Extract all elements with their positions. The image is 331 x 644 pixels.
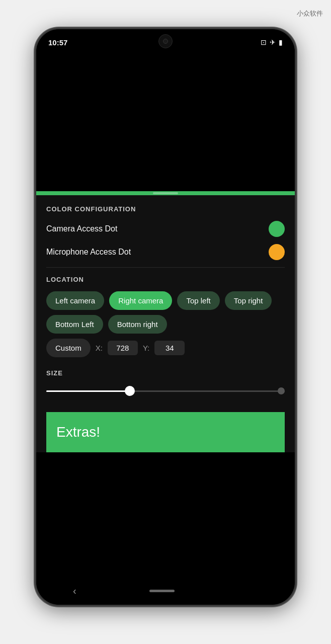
- mic-color-dot[interactable]: [269, 244, 285, 260]
- slider-end-dot: [278, 387, 285, 394]
- location-header: LOCATION: [46, 276, 285, 283]
- x-input[interactable]: [108, 341, 138, 355]
- location-btn-top-left[interactable]: Top left: [177, 291, 219, 310]
- front-camera: [158, 34, 173, 48]
- mic-access-row: Microphone Access Dot: [46, 244, 285, 260]
- location-button-grid: Left camera Right camera Top left Top ri…: [46, 291, 285, 334]
- status-bar: 10:57 ⊡ ✈ ▮: [36, 29, 295, 55]
- battery-icon: ▮: [279, 38, 283, 46]
- divider: [46, 267, 285, 268]
- location-btn-bottom-right[interactable]: Bottom right: [108, 315, 167, 334]
- airplane-icon: ✈: [270, 38, 276, 46]
- color-config-header: COLOR CONFIGURATION: [46, 205, 285, 213]
- settings-panel: COLOR CONFIGURATION Camera Access Dot Mi…: [36, 195, 295, 452]
- custom-row: Custom X: Y:: [46, 339, 285, 357]
- dark-top-area: [36, 55, 295, 191]
- location-section: LOCATION Left camera Right camera Top le…: [46, 276, 285, 357]
- location-btn-bottom-left[interactable]: Bottom Left: [46, 315, 103, 334]
- y-label: Y:: [143, 344, 149, 352]
- y-input[interactable]: [154, 341, 185, 355]
- slider-fill: [46, 390, 130, 392]
- phone-shell: 10:57 ⊡ ✈ ▮ COLOR CONFIGURATION Camera A…: [35, 28, 296, 606]
- location-btn-right-camera[interactable]: Right camera: [109, 291, 172, 310]
- status-icons: ⊡ ✈ ▮: [261, 38, 283, 46]
- location-btn-left-camera[interactable]: Left camera: [46, 291, 104, 310]
- extras-button[interactable]: Extras!: [46, 412, 285, 452]
- camera-access-label: Camera Access Dot: [46, 224, 117, 233]
- location-btn-top-right[interactable]: Top right: [225, 291, 272, 310]
- divider-handle: [153, 192, 178, 194]
- camera-color-dot[interactable]: [269, 221, 285, 237]
- phone-screen: 10:57 ⊡ ✈ ▮ COLOR CONFIGURATION Camera A…: [36, 29, 295, 605]
- size-slider-container: [46, 385, 285, 397]
- custom-button[interactable]: Custom: [46, 339, 91, 357]
- nav-back-button[interactable]: ‹: [73, 585, 76, 597]
- slider-thumb[interactable]: [125, 386, 135, 396]
- watermark-text: 小众软件: [297, 9, 323, 18]
- size-section: SIZE: [46, 369, 285, 397]
- slider-track: [46, 390, 285, 392]
- mic-access-label: Microphone Access Dot: [46, 248, 131, 257]
- nav-home-pill[interactable]: [149, 590, 175, 592]
- x-label: X:: [96, 344, 103, 352]
- size-header: SIZE: [46, 369, 285, 377]
- nav-bar: ‹: [36, 577, 295, 605]
- camera-access-row: Camera Access Dot: [46, 221, 285, 237]
- gallery-icon: ⊡: [261, 38, 267, 46]
- status-time: 10:57: [48, 38, 67, 47]
- green-divider: [36, 191, 295, 195]
- extras-label: Extras!: [56, 424, 100, 440]
